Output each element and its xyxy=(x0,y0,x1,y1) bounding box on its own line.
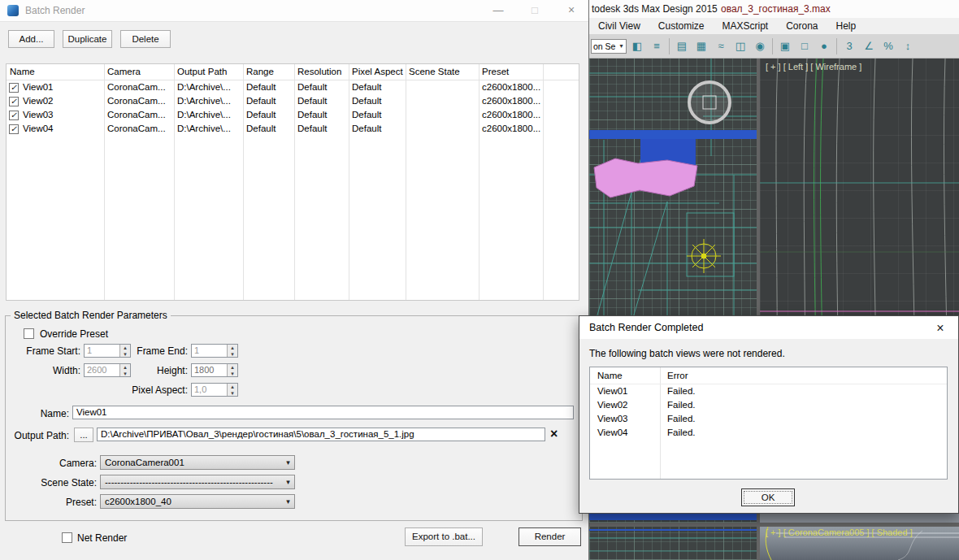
scene-explorer-icon[interactable]: ▦ xyxy=(692,37,710,55)
output-path-browse-button[interactable]: ... xyxy=(74,428,93,442)
completed-titlebar: Batch Render Completed × xyxy=(579,316,958,339)
render-button[interactable]: Render xyxy=(519,527,581,546)
mirror-icon[interactable]: ◧ xyxy=(628,37,646,55)
pixel-aspect-input[interactable]: 1,0 ▴▾ xyxy=(191,383,238,397)
frame-end-input[interactable]: 1 ▴▾ xyxy=(191,344,238,358)
height-label: Height: xyxy=(119,365,188,376)
output-path-input[interactable]: D:\Archive\ПРИВАТ\Овал_3\рендер\гостиная… xyxy=(97,428,545,441)
error-row[interactable]: View01 Failed. xyxy=(590,384,947,398)
menu-corona[interactable]: Corona xyxy=(777,18,827,34)
maximize-icon[interactable]: □ xyxy=(527,2,543,18)
height-input[interactable]: 1800 ▴▾ xyxy=(191,363,238,377)
error-row[interactable]: View02 Failed. xyxy=(590,398,947,412)
viewport-bottom-left[interactable] xyxy=(589,527,757,560)
max-titlebar: todesk 3ds Max Design 2015 овал_3_гостин… xyxy=(589,0,959,19)
max-toolbar: on Se ▾ ◧ ≡ ▤ ▦ ≈ ◫ ◉ ▣ □ ● 3 ∠ % ↕ xyxy=(589,34,959,59)
toolbar-separator xyxy=(772,38,773,54)
max-window-title: todesk 3ds Max Design 2015 xyxy=(592,3,718,15)
named-selection-sets-combo[interactable]: on Se ▾ xyxy=(591,39,627,54)
table-row[interactable]: View03 CoronaCam... D:\Archive\... Defau… xyxy=(7,108,579,122)
group-title: Selected Batch Render Parameters xyxy=(11,310,171,321)
frame-end-label: Frame End: xyxy=(119,345,188,357)
toolbar-separator xyxy=(669,38,670,54)
max-open-file-name: овал_3_гостиная_3.max xyxy=(721,3,831,15)
duplicate-button[interactable]: Duplicate xyxy=(63,30,112,48)
menu-civil-view[interactable]: Civil View xyxy=(589,18,649,34)
width-label: Width: xyxy=(12,365,80,376)
layer-manager-icon[interactable]: ▤ xyxy=(673,37,691,55)
ok-button[interactable]: OK xyxy=(741,488,795,506)
error-row[interactable]: View04 Failed. xyxy=(590,426,947,440)
column-header-resolution: Resolution xyxy=(294,64,349,80)
batch-render-icon xyxy=(7,5,19,16)
add-button[interactable]: Add... xyxy=(8,30,54,48)
schematic-view-icon[interactable]: ◫ xyxy=(731,37,749,55)
row-checkbox[interactable] xyxy=(9,83,19,93)
spin-down-icon[interactable]: ▾ xyxy=(228,390,237,397)
viewport-left-label[interactable]: [ + ] [ Left ] [ Wireframe ] xyxy=(766,62,861,72)
name-input[interactable]: View01 xyxy=(72,406,574,419)
align-icon[interactable]: ≡ xyxy=(648,37,666,55)
preset-label: Preset: xyxy=(22,497,97,508)
percent-snap-icon[interactable]: % xyxy=(879,37,897,55)
viewport-camera-label[interactable]: [ + ] [ CoronaCamera005 ] [ Shaded ] xyxy=(766,527,913,537)
menu-customize[interactable]: Customize xyxy=(649,18,714,34)
camera-select[interactable]: CoronaCamera001 ▾ xyxy=(100,455,295,470)
batch-render-titlebar: Batch Render — □ × xyxy=(0,0,588,22)
row-checkbox[interactable] xyxy=(9,97,19,106)
rendered-frame-icon[interactable]: □ xyxy=(796,37,814,55)
spinner-snap-icon[interactable]: ↕ xyxy=(899,37,917,55)
completed-message: The following batch views were not rende… xyxy=(589,348,785,359)
table-row[interactable]: View04 CoronaCam... D:\Archive\... Defau… xyxy=(7,122,579,136)
table-row[interactable]: View01 CoronaCam... D:\Archive\... Defau… xyxy=(7,80,579,94)
close-icon[interactable]: × xyxy=(931,319,950,336)
column-header-scene-state: Scene State xyxy=(406,64,479,80)
angle-snap-icon[interactable]: ∠ xyxy=(860,37,878,55)
camera-label: Camera: xyxy=(22,458,97,469)
viewport-camera-shaded[interactable]: [ + ] [ CoronaCamera005 ] [ Shaded ] xyxy=(760,527,959,560)
clear-output-path-icon[interactable]: × xyxy=(550,428,558,441)
override-preset-label: Override Preset xyxy=(40,328,108,340)
net-render-label: Net Render xyxy=(77,532,127,544)
screen: todesk 3ds Max Design 2015 овал_3_гостин… xyxy=(0,0,959,560)
close-icon[interactable]: × xyxy=(563,2,579,18)
batch-render-completed-dialog: Batch Render Completed × The following b… xyxy=(579,315,959,514)
spin-down-icon[interactable]: ▾ xyxy=(228,371,237,377)
pixel-aspect-label: Pixel Aspect: xyxy=(119,384,188,396)
net-render-checkbox[interactable] xyxy=(62,532,72,543)
column-header-range: Range xyxy=(243,64,294,80)
chevron-down-icon: ▾ xyxy=(282,478,294,486)
override-preset-checkbox[interactable] xyxy=(24,328,34,339)
scene-state-select[interactable]: ----------------------------------------… xyxy=(100,475,295,489)
render-setup-icon[interactable]: ▣ xyxy=(776,37,794,55)
menu-maxscript[interactable]: MAXScript xyxy=(713,18,777,34)
render-production-icon[interactable]: ● xyxy=(815,37,833,55)
spin-up-icon[interactable]: ▴ xyxy=(228,345,237,351)
preset-select[interactable]: c2600x1800_40 ▾ xyxy=(100,494,295,509)
column-header-camera: Camera xyxy=(104,64,174,80)
spin-up-icon[interactable]: ▴ xyxy=(228,384,237,390)
menu-help[interactable]: Help xyxy=(827,18,866,34)
material-editor-icon[interactable]: ◉ xyxy=(751,37,769,55)
pixel-aspect-spinner: ▴▾ xyxy=(227,384,237,396)
delete-button[interactable]: Delete xyxy=(120,30,171,48)
error-column-error: Error xyxy=(660,367,947,384)
error-column-name: Name xyxy=(590,367,660,384)
minimize-icon[interactable]: — xyxy=(490,2,506,18)
chevron-down-icon: ▾ xyxy=(617,42,626,50)
export-to-bat-button[interactable]: Export to .bat... xyxy=(405,527,483,546)
table-header: Name Camera Output Path Range Resolution… xyxy=(7,64,579,80)
error-row[interactable]: View03 Failed. xyxy=(590,412,947,426)
table-row[interactable]: View02 CoronaCam... D:\Archive\... Defau… xyxy=(7,94,579,108)
max-menubar: Civil View Customize MAXScript Corona He… xyxy=(589,18,959,34)
spin-down-icon[interactable]: ▾ xyxy=(228,351,237,358)
row-checkbox[interactable] xyxy=(9,111,19,120)
error-list-header: Name Error xyxy=(590,367,947,384)
snaps-toggle-icon[interactable]: 3 xyxy=(840,37,858,55)
scene-state-label: Scene State: xyxy=(22,477,97,488)
curve-editor-icon[interactable]: ≈ xyxy=(712,37,730,55)
frame-end-spinner: ▴▾ xyxy=(227,345,237,357)
row-checkbox[interactable] xyxy=(9,124,19,134)
batch-views-table: Name Camera Output Path Range Resolution… xyxy=(6,63,579,301)
spin-up-icon[interactable]: ▴ xyxy=(228,364,237,371)
